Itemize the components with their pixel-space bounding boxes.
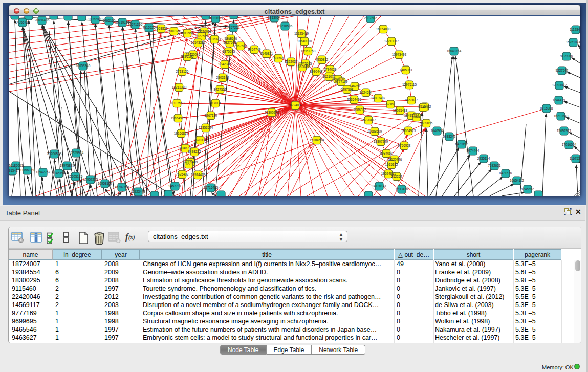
svg-text:20053346: 20053346 — [76, 64, 91, 68]
svg-text:1134009: 1134009 — [417, 105, 430, 109]
svg-text:20364436: 20364436 — [347, 98, 362, 101]
svg-text:8813054: 8813054 — [268, 16, 281, 19]
svg-text:16033809: 16033809 — [208, 16, 223, 20]
svg-text:19384554: 19384554 — [310, 138, 324, 142]
svg-text:1615192: 1615192 — [385, 163, 398, 166]
svg-text:7986322: 7986322 — [354, 108, 366, 112]
svg-text:917004: 917004 — [210, 101, 221, 105]
svg-text:1273: 1273 — [185, 162, 193, 166]
svg-text:16120746: 16120746 — [387, 158, 402, 161]
svg-text:8912954: 8912954 — [181, 31, 194, 35]
svg-text:10688609: 10688609 — [367, 129, 382, 133]
svg-text:16543382: 16543382 — [191, 41, 206, 45]
svg-text:12093872: 12093872 — [552, 83, 567, 87]
svg-text:7663822: 7663822 — [155, 27, 168, 30]
svg-text:19654925: 19654925 — [171, 116, 186, 120]
svg-text:9227542: 9227542 — [556, 69, 569, 72]
svg-text:10654112: 10654112 — [510, 179, 524, 182]
svg-text:17359924: 17359924 — [69, 151, 84, 155]
svg-text:9242848: 9242848 — [219, 62, 231, 66]
svg-text:3875685: 3875685 — [223, 50, 235, 53]
svg-text:9463627: 9463627 — [405, 98, 418, 102]
svg-text:10807487: 10807487 — [371, 96, 386, 100]
svg-text:15720407: 15720407 — [361, 118, 376, 122]
svg-text:9245652: 9245652 — [521, 187, 534, 191]
svg-text:8186323: 8186323 — [208, 37, 221, 41]
svg-text:18807249: 18807249 — [374, 140, 388, 143]
svg-text:12213967: 12213967 — [384, 39, 399, 43]
svg-text:9756928: 9756928 — [398, 144, 411, 147]
svg-text:391543: 391543 — [9, 169, 18, 172]
svg-text:16571355: 16571355 — [128, 23, 143, 26]
svg-text:25300275: 25300275 — [265, 111, 279, 114]
svg-text:20206535: 20206535 — [47, 152, 62, 156]
svg-text:3624554: 3624554 — [360, 91, 373, 94]
svg-text:7515526: 7515526 — [143, 26, 156, 29]
svg-text:252254: 252254 — [391, 174, 402, 178]
svg-text:12975115: 12975115 — [402, 83, 417, 86]
svg-text:6794028: 6794028 — [324, 68, 337, 71]
svg-text:19218506: 19218506 — [278, 24, 293, 28]
svg-text:1167534: 1167534 — [570, 157, 580, 160]
svg-text:2718126: 2718126 — [176, 70, 189, 73]
svg-text:6497568: 6497568 — [341, 87, 354, 91]
svg-text:7485063: 7485063 — [400, 68, 412, 72]
svg-text:3267130: 3267130 — [205, 114, 217, 117]
svg-text:2935114: 2935114 — [477, 157, 490, 160]
svg-text:18724007: 18724007 — [288, 103, 303, 107]
svg-text:9818546: 9818546 — [225, 37, 237, 40]
svg-text:16914479: 16914479 — [191, 173, 206, 177]
svg-text:8215988: 8215988 — [540, 106, 553, 110]
svg-text:2967608: 2967608 — [234, 44, 247, 48]
svg-text:2087682: 2087682 — [364, 16, 377, 20]
svg-text:16961758: 16961758 — [301, 49, 316, 53]
svg-text:3678332: 3678332 — [194, 138, 207, 142]
svg-text:7955812: 7955812 — [316, 58, 329, 61]
svg-text:7357224: 7357224 — [227, 26, 240, 29]
svg-text:1844: 1844 — [413, 115, 421, 119]
svg-text:62160: 62160 — [386, 102, 395, 106]
svg-text:19654923: 19654923 — [401, 129, 416, 133]
svg-text:12213389: 12213389 — [172, 85, 187, 89]
svg-text:11325419: 11325419 — [294, 32, 309, 35]
svg-text:8427552: 8427552 — [214, 87, 227, 91]
svg-text:1733426: 1733426 — [396, 187, 408, 191]
svg-text:2803144: 2803144 — [216, 76, 229, 79]
svg-text:9896196: 9896196 — [181, 55, 194, 58]
svg-text:6479197: 6479197 — [455, 142, 468, 146]
svg-text:26185061: 26185061 — [9, 164, 24, 167]
svg-text:1588520: 1588520 — [272, 56, 285, 60]
svg-text:1244419: 1244419 — [553, 98, 565, 102]
svg-text:1862049: 1862049 — [296, 65, 309, 69]
svg-text:8471676: 8471676 — [499, 171, 512, 175]
svg-text:12353594: 12353594 — [199, 126, 213, 129]
svg-text:14055724: 14055724 — [15, 20, 30, 24]
svg-text:7632621: 7632621 — [488, 164, 501, 167]
svg-text:23226058: 23226058 — [197, 30, 212, 33]
svg-text:1640954: 1640954 — [431, 129, 444, 133]
svg-text:15716485: 15716485 — [204, 186, 219, 189]
svg-text:9474444: 9474444 — [467, 149, 480, 152]
svg-text:9129966: 9129966 — [560, 54, 573, 58]
svg-text:9699695: 9699695 — [420, 121, 433, 125]
svg-text:10107553: 10107553 — [170, 101, 185, 105]
svg-text:8322037: 8322037 — [285, 60, 298, 63]
svg-text:18640910: 18640910 — [297, 39, 312, 43]
svg-text:9457791: 9457791 — [169, 184, 182, 188]
svg-text:16782759: 16782759 — [115, 185, 129, 189]
svg-text:8960124: 8960124 — [168, 29, 181, 33]
svg-text:8454749: 8454749 — [248, 48, 261, 51]
svg-text:14136141: 14136141 — [372, 184, 387, 188]
svg-text:11156819: 11156819 — [20, 168, 34, 172]
svg-text:1112842: 1112842 — [570, 28, 580, 31]
svg-text:10973493: 10973493 — [392, 53, 407, 56]
svg-text:9146821: 9146821 — [260, 52, 273, 55]
svg-text:3498222: 3498222 — [188, 150, 201, 154]
svg-text:17016504: 17016504 — [562, 143, 577, 146]
svg-text:15751074: 15751074 — [566, 40, 580, 44]
svg-text:8990448: 8990448 — [310, 70, 323, 73]
svg-text:11923448: 11923448 — [131, 190, 145, 193]
svg-text:19166827: 19166827 — [174, 132, 189, 135]
svg-text:12505135: 12505135 — [68, 174, 83, 178]
svg-text:18952809: 18952809 — [88, 17, 103, 21]
